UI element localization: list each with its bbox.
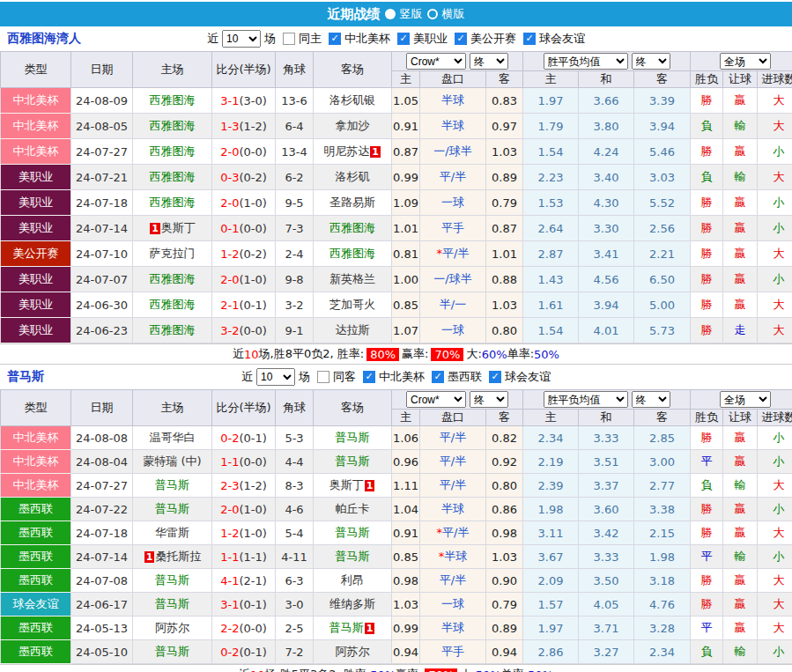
away-team[interactable]: 西雅图海 <box>314 241 392 267</box>
result-handicap: 輸 <box>723 474 758 498</box>
home-team[interactable]: 西雅图海 <box>133 190 212 216</box>
away-team[interactable]: 维纳多斯 <box>314 593 392 617</box>
away-team[interactable]: 普马斯 <box>314 545 392 569</box>
league-checkbox-0[interactable]: ✓ <box>329 33 341 45</box>
result-goals: 大 <box>758 521 792 545</box>
summary-text: 50% <box>528 668 553 672</box>
avg-away: 5.46 <box>634 139 691 165</box>
home-team[interactable]: 普马斯 <box>133 569 212 593</box>
home-team[interactable]: 温哥华白 <box>133 426 212 450</box>
same-venue-label[interactable]: 同客 <box>333 369 356 385</box>
league-checkbox-3[interactable]: ✓ <box>523 33 536 45</box>
league-label-3[interactable]: 球会友谊 <box>539 31 585 47</box>
home-team[interactable]: 普马斯 <box>133 593 212 617</box>
score: 2-0(1-0) <box>212 267 276 292</box>
avg-type-select[interactable]: 胜平负均值 <box>544 53 628 70</box>
home-team[interactable]: 西雅图海 <box>133 88 212 114</box>
away-team[interactable]: 洛杉矶 <box>314 165 392 190</box>
league-label-1[interactable]: 墨西联 <box>448 369 482 385</box>
away-team[interactable]: 阿苏尔 <box>314 640 392 664</box>
away-team[interactable]: 利昂 <box>314 569 392 593</box>
league-checkbox-1[interactable]: ✓ <box>397 33 410 45</box>
result-wdl: 負 <box>691 474 723 498</box>
league-checkbox-2[interactable]: ✓ <box>489 371 501 383</box>
away-team[interactable]: 新英格兰 <box>314 267 392 292</box>
home-team[interactable]: 1桑托斯拉 <box>133 545 212 569</box>
away-team[interactable]: 西雅图海 <box>314 216 392 241</box>
home-team[interactable]: 华雷斯 <box>133 521 212 545</box>
league-label-1[interactable]: 美职业 <box>413 31 448 47</box>
home-team[interactable]: 普马斯 <box>133 474 212 498</box>
away-team[interactable]: 普马斯 <box>314 450 392 474</box>
same-venue-checkbox[interactable] <box>283 33 295 45</box>
result-handicap: 輸 <box>723 545 758 569</box>
result-wdl: 勝 <box>691 241 723 267</box>
league-label-2[interactable]: 球会友谊 <box>505 369 551 385</box>
radio-horizontal-icon[interactable] <box>427 9 438 19</box>
scope-select[interactable]: 全场 <box>720 391 771 408</box>
result-wdl: 勝 <box>691 88 723 114</box>
away-team[interactable]: 帕丘卡 <box>314 498 392 521</box>
home-team[interactable]: 西雅图海 <box>133 292 212 318</box>
odds-time-select[interactable]: 终 <box>470 53 508 70</box>
match-date: 24-07-18 <box>71 190 133 216</box>
radio-horizontal-label[interactable]: 横版 <box>442 6 465 22</box>
home-team[interactable]: 西雅图海 <box>133 165 212 190</box>
away-team[interactable]: 洛杉矶银 <box>314 88 392 114</box>
league-label-2[interactable]: 美公开赛 <box>470 31 516 47</box>
radio-vertical-label[interactable]: 竖版 <box>400 6 423 22</box>
away-team[interactable]: 芝加哥火 <box>314 292 392 318</box>
score: 3-2(0-0) <box>212 318 276 343</box>
avg-time-select[interactable]: 终 <box>632 391 670 408</box>
avg-type-select[interactable]: 胜平负均值 <box>544 391 628 408</box>
home-team[interactable]: 蒙特瑞 (中) <box>133 450 212 474</box>
match-row: 美职业24-07-07西雅图海2-0(1-0)9-8新英格兰1.00一/球半0.… <box>1 267 792 292</box>
away-team[interactable]: 明尼苏达1 <box>314 139 392 165</box>
home-team[interactable]: 普马斯 <box>133 640 212 664</box>
home-team[interactable]: 西雅图海 <box>133 318 212 343</box>
away-team[interactable]: 奥斯丁1 <box>314 474 392 498</box>
away-team[interactable]: 拿加沙 <box>314 114 392 139</box>
odds-home: 0.99 <box>392 165 420 190</box>
filter-row: 西雅图海湾人 近10场同主✓中北美杯✓美职业✓美公开赛✓球会友谊 <box>0 26 792 51</box>
odds-away: 1.03 <box>486 292 523 318</box>
team-name[interactable]: 西雅图海湾人 <box>7 31 81 47</box>
result-handicap: 輸 <box>723 165 758 190</box>
away-team[interactable]: 达拉斯 <box>314 318 392 343</box>
home-team[interactable]: 普马斯 <box>133 498 212 521</box>
match-row: 中北美杯24-07-27西雅图海2-0(0-0)13-4明尼苏达10.87一/球… <box>1 139 792 165</box>
odds-company-select[interactable]: Crow* <box>406 391 466 408</box>
home-team[interactable]: 阿苏尔 <box>133 617 212 640</box>
away-team[interactable]: 普马斯1 <box>314 617 392 640</box>
handicap: 平手 <box>420 640 486 664</box>
near-count-select[interactable]: 10 <box>256 368 295 386</box>
same-venue-label[interactable]: 同主 <box>299 31 322 47</box>
avg-time-select[interactable]: 终 <box>632 53 670 70</box>
home-team[interactable]: 西雅图海 <box>133 267 212 292</box>
home-team[interactable]: 西雅图海 <box>133 139 212 165</box>
away-team[interactable]: 普马斯 <box>314 521 392 545</box>
odds-time-select[interactable]: 终 <box>470 391 508 408</box>
handicap: 半球 <box>420 114 486 139</box>
league-label-0[interactable]: 中北美杯 <box>344 31 390 47</box>
near-count-select[interactable]: 10 <box>222 30 261 48</box>
odds-company-select[interactable]: Crow* <box>406 53 466 70</box>
league-checkbox-1[interactable]: ✓ <box>432 371 444 383</box>
home-team[interactable]: 西雅图海 <box>133 114 212 139</box>
col-header-3: 比分(半场) <box>212 52 276 88</box>
corners: 8-3 <box>276 474 314 498</box>
result-goals: 大 <box>758 474 792 498</box>
home-team[interactable]: 1奥斯丁 <box>133 216 212 241</box>
league-checkbox-2[interactable]: ✓ <box>455 33 467 45</box>
team-name[interactable]: 普马斯 <box>7 369 44 385</box>
radio-vertical-selected-icon[interactable] <box>385 9 396 19</box>
summary-text: 大: <box>466 346 481 362</box>
league-label-0[interactable]: 中北美杯 <box>379 369 425 385</box>
away-team[interactable]: 普马斯 <box>314 426 392 450</box>
home-team[interactable]: 萨克拉门 <box>133 241 212 267</box>
scope-select[interactable]: 全场 <box>720 53 771 70</box>
league-checkbox-0[interactable]: ✓ <box>363 371 375 383</box>
away-team[interactable]: 圣路易斯 <box>314 190 392 216</box>
same-venue-checkbox[interactable] <box>317 371 329 383</box>
handicap: *平/半 <box>420 241 486 267</box>
